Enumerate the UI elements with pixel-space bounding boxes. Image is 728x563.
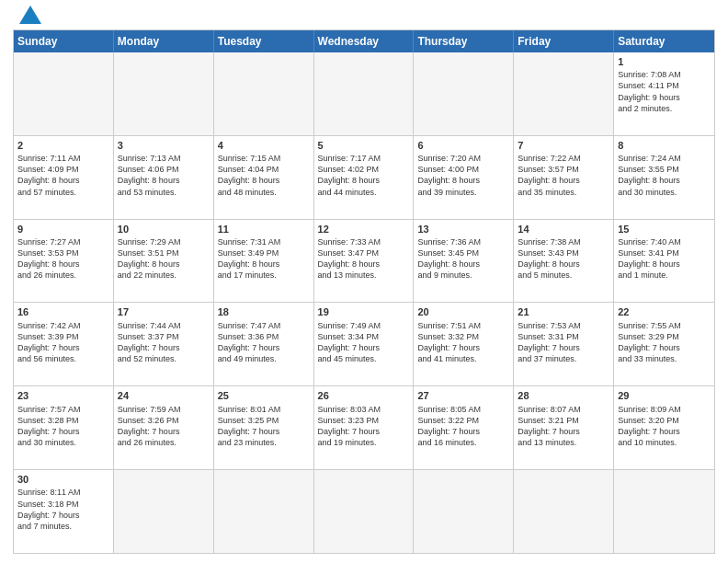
day-number: 24	[118, 389, 210, 402]
cal-cell: 18Sunrise: 7:47 AM Sunset: 3:36 PM Dayli…	[214, 303, 314, 385]
cal-cell: 15Sunrise: 7:40 AM Sunset: 3:41 PM Dayli…	[614, 220, 714, 303]
cal-week-3: 16Sunrise: 7:42 AM Sunset: 3:39 PM Dayli…	[14, 303, 714, 386]
day-number: 13	[417, 223, 509, 236]
day-number: 18	[218, 305, 310, 318]
cal-cell: 30Sunrise: 8:11 AM Sunset: 3:18 PM Dayli…	[14, 470, 114, 553]
cal-cell: 22Sunrise: 7:55 AM Sunset: 3:29 PM Dayli…	[614, 303, 714, 385]
cal-cell: 4Sunrise: 7:15 AM Sunset: 4:04 PM Daylig…	[214, 136, 314, 219]
day-info: Sunrise: 8:11 AM Sunset: 3:18 PM Dayligh…	[17, 487, 109, 532]
cal-cell: 11Sunrise: 7:31 AM Sunset: 3:49 PM Dayli…	[214, 220, 314, 303]
cal-cell: 13Sunrise: 7:36 AM Sunset: 3:45 PM Dayli…	[414, 220, 514, 303]
day-info: Sunrise: 7:08 AM Sunset: 4:11 PM Dayligh…	[618, 69, 711, 114]
day-number: 16	[17, 305, 109, 318]
cal-header-friday: Friday	[514, 30, 614, 52]
day-info: Sunrise: 7:53 AM Sunset: 3:31 PM Dayligh…	[518, 320, 609, 365]
cal-cell: 27Sunrise: 8:05 AM Sunset: 3:22 PM Dayli…	[414, 386, 514, 469]
day-number: 27	[417, 389, 509, 402]
cal-header-thursday: Thursday	[414, 30, 514, 52]
day-number: 28	[518, 389, 609, 402]
day-info: Sunrise: 8:05 AM Sunset: 3:22 PM Dayligh…	[417, 404, 509, 449]
logo-text	[13, 9, 41, 24]
day-info: Sunrise: 8:07 AM Sunset: 3:21 PM Dayligh…	[518, 404, 609, 449]
day-info: Sunrise: 7:49 AM Sunset: 3:34 PM Dayligh…	[318, 320, 410, 365]
day-info: Sunrise: 7:20 AM Sunset: 4:00 PM Dayligh…	[417, 153, 509, 198]
cal-cell	[414, 52, 514, 135]
day-info: Sunrise: 7:15 AM Sunset: 4:04 PM Dayligh…	[218, 153, 310, 198]
day-number: 23	[17, 389, 109, 402]
day-info: Sunrise: 7:17 AM Sunset: 4:02 PM Dayligh…	[318, 153, 410, 198]
cal-week-5: 30Sunrise: 8:11 AM Sunset: 3:18 PM Dayli…	[14, 470, 714, 553]
day-info: Sunrise: 8:03 AM Sunset: 3:23 PM Dayligh…	[318, 404, 410, 449]
day-number: 7	[518, 139, 609, 152]
cal-cell	[14, 52, 114, 135]
cal-cell	[514, 470, 614, 553]
day-info: Sunrise: 7:47 AM Sunset: 3:36 PM Dayligh…	[218, 320, 310, 365]
day-info: Sunrise: 7:59 AM Sunset: 3:26 PM Dayligh…	[118, 404, 210, 449]
day-info: Sunrise: 7:27 AM Sunset: 3:53 PM Dayligh…	[17, 236, 109, 282]
calendar-header-row: SundayMondayTuesdayWednesdayThursdayFrid…	[14, 30, 714, 52]
logo-triangle-icon	[19, 6, 41, 24]
calendar: SundayMondayTuesdayWednesdayThursdayFrid…	[13, 29, 715, 554]
cal-cell	[114, 470, 214, 553]
cal-cell: 5Sunrise: 7:17 AM Sunset: 4:02 PM Daylig…	[314, 136, 415, 219]
cal-week-1: 2Sunrise: 7:11 AM Sunset: 4:09 PM Daylig…	[14, 136, 714, 220]
cal-cell	[314, 470, 415, 553]
day-info: Sunrise: 7:57 AM Sunset: 3:28 PM Dayligh…	[17, 404, 109, 449]
cal-cell	[614, 470, 714, 553]
day-number: 15	[618, 223, 711, 236]
day-number: 17	[118, 305, 210, 318]
cal-header-tuesday: Tuesday	[214, 30, 314, 52]
cal-cell: 2Sunrise: 7:11 AM Sunset: 4:09 PM Daylig…	[14, 136, 114, 219]
calendar-body: 1Sunrise: 7:08 AM Sunset: 4:11 PM Daylig…	[14, 52, 714, 553]
cal-cell	[314, 52, 415, 135]
day-info: Sunrise: 7:36 AM Sunset: 3:45 PM Dayligh…	[417, 236, 509, 282]
day-number: 2	[17, 139, 109, 152]
day-info: Sunrise: 7:11 AM Sunset: 4:09 PM Dayligh…	[17, 153, 109, 198]
day-info: Sunrise: 7:42 AM Sunset: 3:39 PM Dayligh…	[17, 320, 109, 365]
day-info: Sunrise: 7:24 AM Sunset: 3:55 PM Dayligh…	[618, 153, 711, 198]
cal-cell	[414, 470, 514, 553]
day-info: Sunrise: 7:13 AM Sunset: 4:06 PM Dayligh…	[118, 153, 210, 198]
cal-cell: 23Sunrise: 7:57 AM Sunset: 3:28 PM Dayli…	[14, 386, 114, 469]
cal-cell: 12Sunrise: 7:33 AM Sunset: 3:47 PM Dayli…	[314, 220, 415, 303]
day-number: 8	[618, 139, 711, 152]
day-info: Sunrise: 7:38 AM Sunset: 3:43 PM Dayligh…	[518, 236, 609, 282]
cal-week-4: 23Sunrise: 7:57 AM Sunset: 3:28 PM Dayli…	[14, 386, 714, 470]
cal-cell: 29Sunrise: 8:09 AM Sunset: 3:20 PM Dayli…	[614, 386, 714, 469]
day-info: Sunrise: 7:55 AM Sunset: 3:29 PM Dayligh…	[618, 320, 711, 365]
cal-cell: 6Sunrise: 7:20 AM Sunset: 4:00 PM Daylig…	[414, 136, 514, 219]
cal-header-saturday: Saturday	[614, 30, 714, 52]
day-info: Sunrise: 7:22 AM Sunset: 3:57 PM Dayligh…	[518, 153, 609, 198]
cal-cell: 14Sunrise: 7:38 AM Sunset: 3:43 PM Dayli…	[514, 220, 614, 303]
cal-cell: 26Sunrise: 8:03 AM Sunset: 3:23 PM Dayli…	[314, 386, 415, 469]
day-number: 29	[618, 389, 711, 402]
day-info: Sunrise: 7:44 AM Sunset: 3:37 PM Dayligh…	[118, 320, 210, 365]
day-number: 5	[318, 139, 410, 152]
cal-cell	[214, 470, 314, 553]
cal-cell: 19Sunrise: 7:49 AM Sunset: 3:34 PM Dayli…	[314, 303, 415, 385]
cal-cell: 3Sunrise: 7:13 AM Sunset: 4:06 PM Daylig…	[114, 136, 214, 219]
day-number: 30	[17, 473, 109, 486]
cal-cell	[514, 52, 614, 135]
day-number: 1	[618, 55, 711, 68]
day-info: Sunrise: 8:01 AM Sunset: 3:25 PM Dayligh…	[218, 404, 310, 449]
cal-cell: 8Sunrise: 7:24 AM Sunset: 3:55 PM Daylig…	[614, 136, 714, 219]
header	[13, 9, 715, 24]
day-number: 10	[118, 223, 210, 236]
day-number: 21	[518, 305, 609, 318]
day-number: 20	[417, 305, 509, 318]
cal-cell: 20Sunrise: 7:51 AM Sunset: 3:32 PM Dayli…	[414, 303, 514, 385]
day-info: Sunrise: 7:29 AM Sunset: 3:51 PM Dayligh…	[118, 236, 210, 282]
day-number: 14	[518, 223, 609, 236]
cal-cell: 28Sunrise: 8:07 AM Sunset: 3:21 PM Dayli…	[514, 386, 614, 469]
cal-cell: 24Sunrise: 7:59 AM Sunset: 3:26 PM Dayli…	[114, 386, 214, 469]
cal-cell: 7Sunrise: 7:22 AM Sunset: 3:57 PM Daylig…	[514, 136, 614, 219]
cal-cell	[214, 52, 314, 135]
day-number: 12	[318, 223, 410, 236]
cal-cell: 25Sunrise: 8:01 AM Sunset: 3:25 PM Dayli…	[214, 386, 314, 469]
day-number: 6	[417, 139, 509, 152]
cal-week-2: 9Sunrise: 7:27 AM Sunset: 3:53 PM Daylig…	[14, 220, 714, 304]
logo-area	[13, 9, 41, 24]
cal-cell	[114, 52, 214, 135]
day-number: 3	[118, 139, 210, 152]
